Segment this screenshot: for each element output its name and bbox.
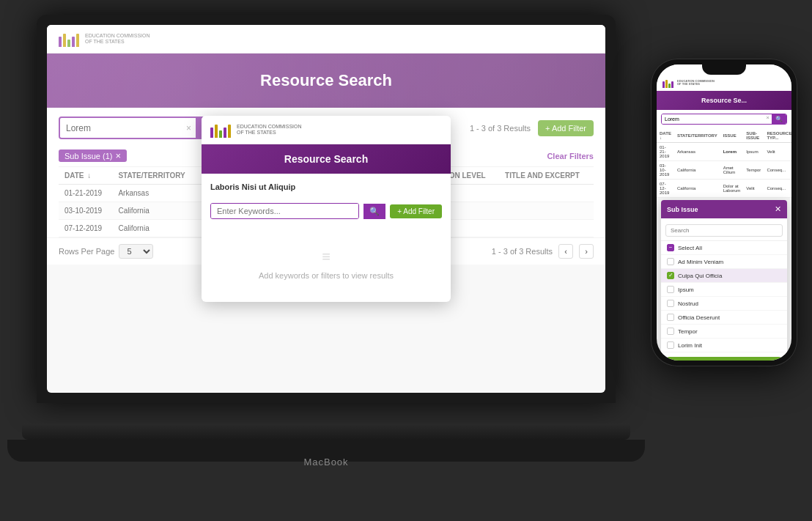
phone-logo-bar-2 — [665, 80, 668, 88]
scene: EDUCATION COMMISSION OF THE STATES Resou… — [0, 0, 812, 521]
modal-search-row: 🔍 + Add Filter — [202, 196, 451, 226]
phone-cell-state: Arkansas — [674, 143, 720, 161]
phone-dropdown-item-7[interactable]: Lorim Init — [661, 339, 787, 352]
phone-checkbox-select-all: − — [667, 244, 674, 251]
phone-dropdown-label-1: Ad Minim Veniam — [678, 259, 723, 265]
phone-dropdown-item-5[interactable]: Officia Deserunt — [661, 311, 787, 325]
phone-dropdown-search — [661, 218, 787, 241]
phone-search-clear-icon[interactable]: × — [764, 114, 772, 124]
phone-dropdown-label-2: Culpa Qui Officia — [678, 273, 722, 279]
laptop-base — [22, 424, 630, 440]
phone-cell-date: 01-21-2019 — [657, 143, 674, 161]
phone-dropdown-item-1[interactable]: Ad Minim Veniam — [661, 255, 787, 269]
phone-search-button[interactable]: 🔍 — [772, 114, 786, 124]
phone-dropdown-item-select-all[interactable]: − Select All — [661, 241, 787, 255]
phone-table-row: 07-12-2019 California Dolor at Laborum V… — [657, 180, 791, 198]
phone-table-container: DATE ↓ STATE/TERRITORY ISSUE SUB-ISSUE R… — [657, 129, 791, 198]
phone-dropdown-item-3[interactable]: Ipsum — [661, 283, 787, 297]
phone-col-sub-issue: SUB-ISSUE — [743, 129, 764, 143]
phone-hero: Resource Se... — [657, 91, 791, 110]
phone-checkbox-2: ✓ — [667, 272, 674, 279]
phone-cell-type: Velit — [764, 143, 791, 161]
phone-data-table: DATE ↓ STATE/TERRITORY ISSUE SUB-ISSUE R… — [657, 129, 791, 198]
phone-screen: EDUCATION COMMISSION OF THE STATES Resou… — [657, 64, 791, 361]
phone-table-row: 01-21-2019 Arkansas Lorem Ipsum Velit — [657, 143, 791, 161]
phone-apply-button[interactable]: Apply — [667, 357, 781, 361]
modal-logo-bar-1 — [210, 128, 213, 138]
modal-app-bar: EDUCATION COMMISSION OF THE STATES — [202, 116, 451, 144]
modal-result-heading: Laboris Nisi ut Aliquip — [210, 182, 295, 191]
phone-logo-bar-3 — [668, 84, 671, 88]
phone-cell-state: California — [674, 180, 720, 198]
laptop: EDUCATION COMMISSION OF THE STATES Resou… — [37, 15, 616, 506]
phone-col-state: STATE/TERRITORY — [674, 129, 720, 143]
modal-logo-bar-5 — [228, 125, 231, 138]
modal-overlay: EDUCATION COMMISSION OF THE STATES Resou… — [47, 25, 605, 393]
modal-empty-state: ≡ Add keywords or filters to view result… — [202, 226, 451, 302]
modal-add-filter-button[interactable]: + Add Filter — [390, 204, 442, 218]
phone-col-date: DATE ↓ — [657, 129, 674, 143]
modal-logo-bar-3 — [219, 130, 222, 138]
modal-search-input[interactable] — [211, 204, 358, 218]
phone-cell-sub-issue: Velit — [743, 180, 764, 198]
modal-logo-bar-4 — [224, 128, 226, 138]
laptop-brand-label: MacBook — [303, 457, 348, 468]
phone-cell-type: Conseq... — [764, 180, 791, 198]
modal-box: EDUCATION COMMISSION OF THE STATES Resou… — [202, 116, 451, 302]
phone-col-type: RESOURCE TYP... — [764, 129, 791, 143]
phone-logo-sub: OF THE STATES — [677, 83, 715, 86]
phone-dropdown-item-6[interactable]: Tempor — [661, 325, 787, 339]
modal-logo-bar-2 — [215, 125, 218, 138]
modal-logo-text: EDUCATION COMMISSION OF THE STATES — [237, 124, 302, 136]
modal-logo-icon — [210, 122, 231, 138]
modal-hero: Resource Search — [202, 144, 451, 174]
phone-sub-issue-dropdown: Sub Issue ✕ − Select All Ad Minim Veniam — [661, 200, 787, 361]
phone-col-issue: ISSUE — [720, 129, 744, 143]
modal-logo-sub: OF THE STATES — [237, 130, 302, 136]
phone-dropdown-label-4: Nostrud — [678, 300, 698, 307]
phone-checkbox-6 — [667, 328, 674, 335]
phone-cell-issue: Lorem — [720, 143, 744, 161]
phone-cell-state: California — [674, 161, 720, 180]
phone-hero-title: Resource Se... — [662, 97, 786, 104]
phone-dropdown-title: Sub Issue — [667, 206, 698, 213]
modal-search-button[interactable]: 🔍 — [363, 204, 385, 219]
modal-title: Resource Search — [210, 153, 442, 165]
phone: EDUCATION COMMISSION OF THE STATES Resou… — [651, 59, 797, 366]
phone-logo-text: EDUCATION COMMISSION OF THE STATES — [677, 80, 715, 86]
phone-cell-issue: Dolor at Laborum — [720, 180, 744, 198]
phone-checkbox-4 — [667, 300, 674, 307]
phone-checkbox-5 — [667, 314, 674, 321]
laptop-body: EDUCATION COMMISSION OF THE STATES Resou… — [37, 15, 616, 403]
phone-dropdown-search-input[interactable] — [665, 224, 783, 237]
phone-notch — [702, 64, 746, 75]
modal-empty-icon: ≡ — [322, 248, 331, 265]
phone-dropdown-label-7: Lorim Init — [678, 342, 702, 349]
phone-cell-sub-issue: Tempor — [743, 161, 764, 180]
phone-dropdown-header: Sub Issue ✕ — [661, 200, 787, 218]
phone-search-input-wrap: × 🔍 — [661, 114, 787, 125]
modal-logo-org: EDUCATION COMMISSION — [237, 124, 302, 130]
phone-dropdown-label-select-all: Select All — [678, 245, 702, 251]
phone-cell-type: Conseq... — [764, 161, 791, 180]
modal-empty-message: Add keywords or filters to view results — [259, 271, 394, 280]
phone-cell-issue: Amet Cilium — [720, 161, 744, 180]
phone-dropdown-label-5: Officia Deserunt — [678, 314, 720, 321]
modal-search-input-wrap — [210, 203, 359, 219]
phone-checkbox-1 — [667, 258, 674, 265]
phone-cell-date: 03-10-2019 — [657, 161, 674, 180]
phone-search-input[interactable] — [662, 114, 764, 124]
phone-table-row: 03-10-2019 California Amet Cilium Tempor… — [657, 161, 791, 180]
phone-dropdown-close-icon[interactable]: ✕ — [775, 204, 781, 214]
laptop-screen: EDUCATION COMMISSION OF THE STATES Resou… — [47, 25, 605, 393]
modal-result-title: Laboris Nisi ut Aliquip — [202, 174, 451, 196]
phone-logo-bar-1 — [662, 81, 665, 88]
phone-dropdown-item-2[interactable]: ✓ Culpa Qui Officia — [661, 269, 787, 283]
phone-logo-bar-4 — [671, 81, 673, 88]
phone-dropdown-label-6: Tempor — [678, 328, 698, 335]
phone-search-row: × 🔍 — [661, 114, 787, 125]
phone-table-header: DATE ↓ STATE/TERRITORY ISSUE SUB-ISSUE R… — [657, 129, 791, 143]
phone-logo-icon — [662, 78, 674, 88]
phone-dropdown-item-4[interactable]: Nostrud — [661, 297, 787, 311]
phone-cell-sub-issue: Ipsum — [743, 143, 764, 161]
